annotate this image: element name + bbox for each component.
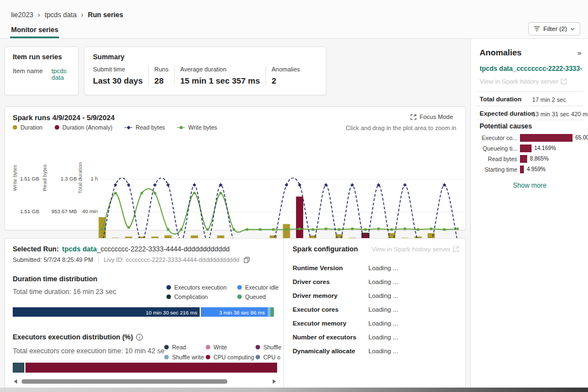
breadcrumb-separator: › (38, 11, 40, 19)
spark-config-label: Executor cores (293, 306, 339, 313)
spark-config-value: Loading ... (368, 292, 398, 299)
spark-config-row-0: Runtime VersionLoading ... (293, 262, 457, 276)
potential-cause-label: Read bytes (473, 156, 517, 162)
duration-distribution-legend: Executors executionExecutor idleComplica… (166, 284, 288, 300)
summary-columns: Submit timeLast 30 daysRuns28Average dur… (93, 66, 321, 85)
spark-config-value: Loading ... (368, 278, 398, 285)
legend-label: Shuffle (263, 344, 282, 350)
executors-legend-item-2: Shuffle (256, 344, 282, 350)
scrollbar-thumb[interactable] (22, 379, 227, 384)
spark-config-title: Spark configuration (293, 245, 358, 253)
anomalies-panel: Anomalies » tpcds data_cccccccc-2222-333… (470, 39, 588, 392)
summary-col-value: 28 (154, 76, 169, 85)
copy-icon[interactable] (244, 257, 249, 263)
collapse-panel-icon[interactable]: » (577, 49, 581, 57)
legend-label: Executor idle (245, 284, 279, 291)
filter-label: Filter (2) (543, 25, 567, 32)
item-run-series-title: Item run series (13, 53, 62, 61)
legend-label: Write (214, 344, 227, 350)
total-duration-label: Total duration (480, 96, 522, 102)
spark-config-row-3: Executor coresLoading ... (293, 303, 457, 317)
chart-legend-item-1[interactable]: Duration (Anomaly) (55, 124, 112, 131)
read-legend-dot (164, 345, 169, 349)
y-tick: 1.51 GB (20, 208, 39, 214)
legend-label: Executors execution (174, 284, 227, 291)
submitted-value: Submitted: 5/7/24 8:25:49 PM (13, 256, 93, 263)
executors-legend-item-0: Read (164, 344, 206, 350)
executors-legend-item-4: CPU computing (206, 354, 256, 360)
executors-distribution-legend: ReadWriteShuffleShuffle writeCPU computi… (164, 344, 282, 360)
expected-duration-label: Expected duration (480, 110, 535, 117)
summary-title: Summary (93, 53, 124, 61)
chart-legend-item-0[interactable]: Duration (13, 124, 43, 131)
complication-legend-dot (166, 295, 171, 299)
scroll-right-arrow[interactable] (273, 379, 276, 384)
total-duration-value: 17 min 2 sec (532, 96, 566, 103)
filter-button[interactable]: Filter (2) (528, 22, 580, 35)
tab-active-indicator (10, 37, 59, 38)
selected-run-link[interactable]: tpcds data_cccccccc-2222-3333-4444-ddddd… (62, 245, 230, 253)
spark-runs-card: Spark runs 4/9/2024 - 5/9/2024 Focus Mod… (4, 106, 466, 230)
bar-segment-label: 10 min 30 sec 216 ms (145, 309, 197, 315)
focus-mode-button[interactable]: Focus Mode (410, 114, 453, 120)
tab-label: Monitor series (11, 26, 58, 34)
spark-config-label: Dynamically allocate (293, 348, 355, 354)
write-bytes-axis-label: Write bytes (12, 145, 18, 211)
spark-config-value: Loading ... (368, 334, 398, 341)
chart-legend-item-2[interactable]: Read bytes (124, 124, 165, 131)
scroll-left-arrow[interactable] (14, 379, 17, 384)
horizontal-scrollbar[interactable] (13, 378, 277, 385)
item-name-link[interactable]: tpcds data (51, 68, 78, 81)
potential-cause-label: Executor co... (473, 135, 517, 141)
spark-config-value: Loading ... (368, 265, 398, 271)
potential-causes-title: Potential causes (480, 122, 532, 130)
spark-history-link-panel: View in Spark history server (480, 78, 566, 85)
bottom-edge-artifact (0, 388, 588, 392)
potential-cause-row-2: Read bytes8.865% (471, 154, 588, 164)
executors-legend-item-3: Shuffle write (164, 354, 206, 360)
spark-config-label: Runtime Version (293, 265, 343, 271)
summary-col-value: 15 min 1 sec 357 ms (180, 76, 260, 85)
chart-title: Spark runs 4/9/2024 - 5/9/2024 (13, 114, 115, 122)
executors-distribution-bar (13, 363, 277, 373)
bar-segment-0 (13, 363, 24, 373)
potential-cause-value: 14.169% (534, 145, 556, 151)
filter-icon (534, 26, 540, 32)
potential-cause-label: Starting time (473, 166, 517, 173)
spark-config-value: Loading ... (368, 348, 398, 354)
potential-cause-value: 4.959% (527, 166, 545, 172)
run-series-page: lie2023›tpcds data›Run series Monitor se… (0, 0, 588, 392)
legend-label: Write bytes (188, 124, 217, 131)
divider (476, 120, 584, 120)
y-tick: 953.67 MB (51, 208, 77, 214)
potential-cause-row-0: Executor co...65.007% (471, 133, 588, 143)
chart-legend-item-3[interactable]: Write bytes (177, 124, 217, 131)
anomaly-run-link[interactable]: tpcds data_cccccccc-2222-3333-... (480, 65, 582, 73)
shuffle-legend-dot (256, 345, 260, 349)
summary-col-3: Anomalies2 (266, 66, 305, 85)
duration-distribution-subtitle: Total time duration: 16 min 23 sec (13, 288, 116, 296)
selected-run-line: Selected Run: tpcds data_cccccccc-2222-3… (13, 245, 230, 253)
y-tick: 1.3 GB (60, 176, 77, 182)
breadcrumb-item-2: Run series (88, 11, 123, 19)
bar-segment-3 (270, 307, 274, 317)
show-more-link[interactable]: Show more (471, 182, 588, 189)
info-icon[interactable]: i (136, 334, 143, 341)
duration-legend-item-3: Queued (237, 293, 288, 300)
tab-monitor-series[interactable]: Monitor series (10, 24, 59, 38)
write-legend-dot (206, 345, 210, 349)
divider: | (98, 256, 100, 263)
legend-label: Duration (20, 124, 43, 131)
potential-cause-label: Queueing ti... (473, 145, 517, 152)
selected-run-card: Selected Run: tpcds data_cccccccc-2222-3… (4, 238, 466, 392)
duration-legend-dot (13, 125, 17, 130)
duration-legend-item-2: Complication (166, 293, 237, 300)
potential-causes-chart: Executor co...65.007%Queueing ti...14.16… (471, 133, 588, 175)
breadcrumb-item-0[interactable]: lie2023 (11, 11, 33, 19)
executors-distribution-title-row: Executors execution distribution (%) i (13, 333, 143, 341)
summary-col-label: Submit time (93, 66, 143, 73)
spark-config-row-2: Driver memoryLoading ... (293, 290, 457, 303)
spark-config-row-4: Executor memoryLoading ... (293, 317, 457, 331)
breadcrumb-item-1[interactable]: tpcds data (45, 11, 77, 19)
summary-col-value: Last 30 days (93, 76, 143, 85)
